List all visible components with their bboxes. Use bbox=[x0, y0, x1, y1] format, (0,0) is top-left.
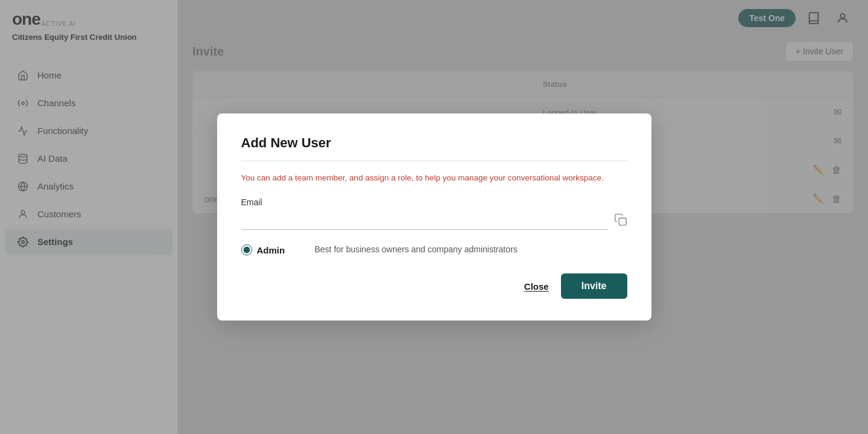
modal-title: Add New User bbox=[241, 135, 627, 151]
modal-description: You can add a team member, and assign a … bbox=[241, 172, 627, 184]
admin-role-description: Best for business owners and company adm… bbox=[315, 243, 518, 254]
admin-radio[interactable]: Admin bbox=[241, 244, 305, 255]
email-label: Email bbox=[241, 197, 627, 207]
email-input[interactable] bbox=[241, 212, 608, 230]
modal-divider bbox=[241, 161, 627, 161]
svg-rect-7 bbox=[619, 218, 626, 225]
admin-role-label: Admin bbox=[257, 245, 305, 255]
role-selection-row: Admin Best for business owners and compa… bbox=[241, 243, 627, 255]
add-user-modal: Add New User You can add a team member, … bbox=[217, 113, 651, 321]
modal-actions: Close Invite bbox=[241, 273, 627, 299]
email-copy-icon[interactable] bbox=[614, 213, 627, 229]
email-field-row bbox=[241, 212, 627, 230]
modal-overlay: Add New User You can add a team member, … bbox=[0, 0, 868, 434]
admin-radio-input[interactable] bbox=[241, 244, 252, 255]
invite-button[interactable]: Invite bbox=[561, 273, 627, 299]
close-button[interactable]: Close bbox=[524, 281, 549, 292]
